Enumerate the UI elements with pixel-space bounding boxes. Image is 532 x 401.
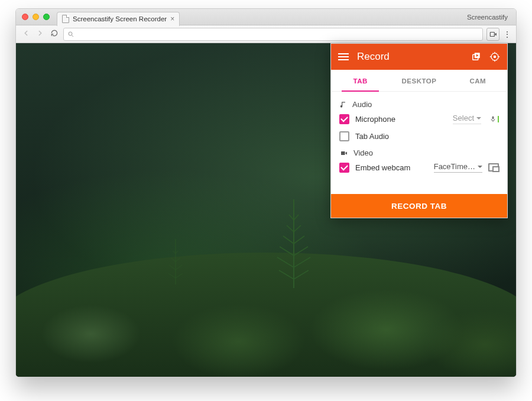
audio-section-head: Audio xyxy=(339,100,499,109)
video-label: Video xyxy=(353,148,373,157)
tab-audio-row: Tab Audio xyxy=(339,131,499,141)
settings-icon[interactable] xyxy=(489,51,500,62)
svg-line-23 xyxy=(173,251,176,254)
popup-header: Record xyxy=(331,44,507,70)
hamburger-icon[interactable] xyxy=(338,51,349,62)
tab-desktop[interactable]: DESKTOP xyxy=(390,70,448,91)
pip-position-icon[interactable] xyxy=(488,163,499,172)
address-bar[interactable] xyxy=(63,28,483,41)
webcam-select-value: FaceTime… xyxy=(434,162,475,171)
svg-line-12 xyxy=(287,225,294,232)
tab-bar: Screencastify Screen Recorder × Screenca… xyxy=(16,9,516,25)
browser-tab[interactable]: Screencastify Screen Recorder × xyxy=(57,12,180,26)
embed-webcam-checkbox[interactable] xyxy=(339,163,349,173)
svg-line-17 xyxy=(168,273,176,278)
reload-button[interactable] xyxy=(49,29,60,39)
svg-line-5 xyxy=(294,270,309,279)
tab-cam[interactable]: CAM xyxy=(449,70,507,91)
page-icon xyxy=(62,15,69,23)
svg-point-0 xyxy=(69,32,72,35)
microphone-level-icon xyxy=(489,115,499,123)
microphone-label: Microphone xyxy=(355,115,395,124)
tab-audio-label: Tab Audio xyxy=(355,132,389,141)
svg-rect-2 xyxy=(490,32,494,36)
svg-line-10 xyxy=(283,236,294,244)
back-button[interactable] xyxy=(21,29,31,39)
svg-point-28 xyxy=(494,56,497,59)
embed-webcam-row: Embed webcam FaceTime… xyxy=(339,162,499,173)
svg-line-21 xyxy=(171,258,176,262)
svg-line-22 xyxy=(176,258,180,262)
chevron-down-icon xyxy=(478,166,482,168)
search-icon xyxy=(67,31,74,38)
tab-audio-checkbox[interactable] xyxy=(339,131,349,141)
svg-line-1 xyxy=(72,35,74,37)
svg-line-18 xyxy=(176,273,183,278)
svg-line-11 xyxy=(294,236,304,244)
plant-decor xyxy=(258,193,329,288)
microphone-checkbox[interactable] xyxy=(339,114,349,124)
popup-title: Record xyxy=(357,51,462,63)
plant-decor-small xyxy=(156,232,195,284)
video-icon xyxy=(339,150,349,157)
chrome-menu-icon[interactable]: ⋮ xyxy=(503,30,511,39)
svg-line-9 xyxy=(294,247,308,256)
music-note-icon xyxy=(339,101,348,109)
svg-line-20 xyxy=(176,265,182,270)
popup-body: Audio Microphone Select Tab Audio xyxy=(331,92,507,194)
audio-label: Audio xyxy=(352,100,372,109)
svg-rect-29 xyxy=(492,117,494,119)
forward-button[interactable] xyxy=(35,29,46,39)
window-controls xyxy=(22,14,50,20)
screencastify-popup: Record TAB DESKTOP CAM Audio Microphone xyxy=(330,43,508,218)
svg-line-15 xyxy=(294,215,299,220)
microphone-select-value: Select xyxy=(453,114,474,122)
svg-rect-31 xyxy=(341,151,345,155)
record-button[interactable]: RECORD TAB xyxy=(331,194,507,218)
svg-line-13 xyxy=(294,225,301,232)
microphone-select[interactable]: Select xyxy=(453,114,481,124)
screencastify-extension-icon[interactable] xyxy=(486,28,499,41)
chevron-down-icon xyxy=(476,117,481,119)
video-section-head: Video xyxy=(339,148,499,157)
toolbar: ⋮ xyxy=(16,25,516,43)
maximize-window-icon[interactable] xyxy=(43,14,50,20)
svg-line-8 xyxy=(280,247,294,256)
svg-line-6 xyxy=(277,257,294,267)
svg-line-7 xyxy=(294,257,310,267)
svg-line-4 xyxy=(279,270,294,279)
microphone-row: Microphone Select xyxy=(339,114,499,124)
embed-webcam-label: Embed webcam xyxy=(355,163,410,172)
svg-line-14 xyxy=(289,215,294,220)
recordings-icon[interactable] xyxy=(471,51,481,62)
tab-tab[interactable]: TAB xyxy=(331,70,390,91)
browser-window: Screencastify Screen Recorder × Screenca… xyxy=(15,8,517,377)
brand-label: Screencastify xyxy=(467,14,508,21)
minimize-window-icon[interactable] xyxy=(33,14,39,20)
close-window-icon[interactable] xyxy=(22,14,28,20)
tab-title: Screencastify Screen Recorder xyxy=(73,15,167,22)
webcam-select[interactable]: FaceTime… xyxy=(434,162,482,173)
close-tab-icon[interactable]: × xyxy=(170,15,174,23)
svg-line-24 xyxy=(176,251,178,254)
popup-mode-tabs: TAB DESKTOP CAM xyxy=(331,70,507,92)
record-button-label: RECORD TAB xyxy=(391,202,447,211)
svg-line-19 xyxy=(169,265,176,270)
